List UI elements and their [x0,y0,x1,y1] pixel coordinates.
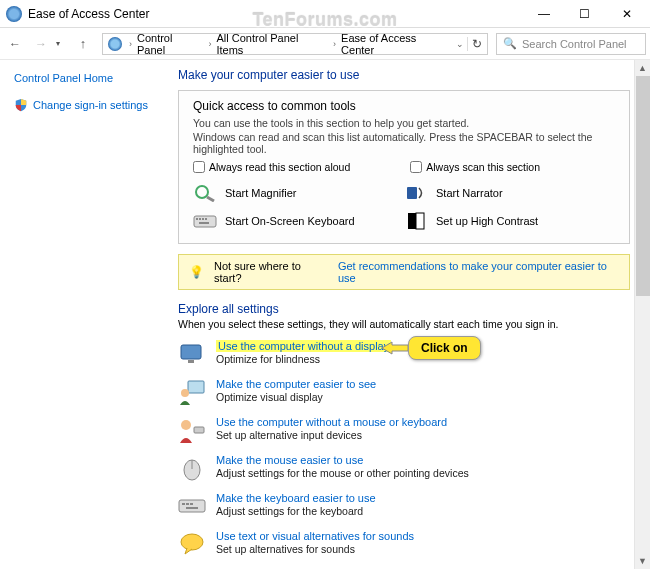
minimize-button[interactable]: — [524,0,564,28]
breadcrumb-item[interactable]: Control Panel [136,32,205,56]
svg-point-15 [181,389,189,397]
scroll-up-button[interactable]: ▲ [635,60,650,76]
magnifier-icon [193,183,217,203]
back-button[interactable]: ← [4,33,26,55]
setting-sound-alternatives: Use text or visual alternatives for soun… [178,530,630,558]
search-input[interactable]: 🔍 Search Control Panel [496,33,646,55]
close-button[interactable]: ✕ [604,0,650,28]
svg-rect-23 [190,503,193,505]
sidebar: Control Panel Home Change sign-in settin… [0,60,170,569]
keyboard-icon [178,492,206,520]
svg-rect-24 [186,507,198,509]
search-placeholder: Search Control Panel [522,38,627,50]
setting-desc: Optimize for blindness [216,353,391,365]
breadcrumb[interactable]: › Control Panel › All Control Panel Item… [102,33,488,55]
setting-desc: Set up alternatives for sounds [216,543,414,555]
hint-link[interactable]: Get recommendations to make your compute… [338,260,619,284]
svg-rect-22 [186,503,189,505]
refresh-button[interactable]: ↻ [467,37,485,51]
svg-rect-2 [407,187,417,199]
window-title: Ease of Access Center [28,7,149,21]
setting-desc: Adjust settings for the mouse or other p… [216,467,469,479]
narrator-icon [404,183,428,203]
svg-line-1 [207,197,214,201]
monitor-off-icon [178,340,206,368]
breadcrumb-dropdown[interactable]: ⌄ [453,39,467,49]
setting-desc: Adjust settings for the keyboard [216,505,376,517]
chevron-right-icon: › [329,39,340,49]
always-scan-checkbox[interactable]: Always scan this section [410,161,540,173]
change-signin-link[interactable]: Change sign-in settings [14,98,164,112]
hint-bar: 💡 Not sure where to start? Get recommend… [178,254,630,290]
person-monitor-icon [178,378,206,406]
setting-desc: Set up alternative input devices [216,429,447,441]
speech-bubble-icon [178,530,206,558]
scroll-thumb[interactable] [636,76,650,296]
mouse-icon [178,454,206,482]
svg-rect-10 [416,213,424,229]
setting-link[interactable]: Use the computer without a display [216,340,391,352]
keyboard-icon [193,211,217,231]
quick-access-help1: You can use the tools in this section to… [193,117,615,129]
breadcrumb-icon [108,37,122,51]
start-magnifier-link[interactable]: Start Magnifier [193,183,404,203]
forward-button[interactable]: → [30,33,52,55]
setting-link[interactable]: Use the computer without a mouse or keyb… [216,416,447,428]
callout-text: Click on [408,336,481,360]
nav-bar: ← → ▾ ↑ › Control Panel › All Control Pa… [0,28,650,60]
svg-rect-21 [182,503,185,505]
svg-rect-9 [408,213,416,229]
svg-point-0 [196,186,208,198]
person-input-icon [178,416,206,444]
callout: Click on [408,336,481,360]
quick-access-title: Quick access to common tools [193,99,615,113]
svg-rect-4 [196,218,198,220]
control-panel-icon [6,6,22,22]
svg-rect-7 [205,218,207,220]
setting-link[interactable]: Make the computer easier to see [216,378,376,390]
contrast-icon [404,211,428,231]
recent-dropdown[interactable]: ▾ [56,39,68,48]
shield-icon [14,98,28,112]
page-heading: Make your computer easier to use [178,68,630,82]
explore-subtext: When you select these settings, they wil… [178,318,630,330]
svg-rect-5 [199,218,201,220]
svg-rect-8 [199,222,209,224]
callout-arrow-icon [382,340,408,356]
setting-link[interactable]: Make the keyboard easier to use [216,492,376,504]
lightbulb-icon: 💡 [189,265,204,279]
svg-rect-11 [181,345,201,359]
quick-access-box: Quick access to common tools You can use… [178,90,630,244]
scrollbar[interactable]: ▲ ▼ [634,60,650,569]
svg-rect-14 [188,381,204,393]
always-read-checkbox[interactable]: Always read this section aloud [193,161,350,173]
svg-point-25 [181,534,203,550]
start-osk-link[interactable]: Start On-Screen Keyboard [193,211,404,231]
maximize-button[interactable]: ☐ [564,0,604,28]
control-panel-home-link[interactable]: Control Panel Home [14,72,164,84]
start-narrator-link[interactable]: Start Narrator [404,183,615,203]
content-area: Make your computer easier to use Quick a… [170,60,650,569]
svg-marker-13 [382,342,408,354]
svg-point-16 [181,420,191,430]
setting-desc: Optimize visual display [216,391,376,403]
title-bar: Ease of Access Center — ☐ ✕ [0,0,650,28]
chevron-right-icon: › [125,39,136,49]
quick-access-help2: Windows can read and scan this list auto… [193,131,615,155]
high-contrast-link[interactable]: Set up High Contrast [404,211,615,231]
breadcrumb-item[interactable]: All Control Panel Items [215,32,329,56]
setting-without-mouse-keyboard: Use the computer without a mouse or keyb… [178,416,630,444]
hint-text: Not sure where to start? [214,260,328,284]
scroll-down-button[interactable]: ▼ [635,553,650,569]
setting-link[interactable]: Make the mouse easier to use [216,454,363,466]
setting-without-display: Use the computer without a display Optim… [178,340,630,368]
explore-section: Explore all settings When you select the… [178,302,630,569]
svg-rect-12 [188,360,194,363]
explore-heading: Explore all settings [178,302,630,316]
setting-easier-to-see: Make the computer easier to see Optimize… [178,378,630,406]
setting-link[interactable]: Use text or visual alternatives for soun… [216,530,414,542]
up-button[interactable]: ↑ [72,33,94,55]
svg-rect-6 [202,218,204,220]
setting-mouse-easier: Make the mouse easier to use Adjust sett… [178,454,630,482]
breadcrumb-item[interactable]: Ease of Access Center [340,32,453,56]
